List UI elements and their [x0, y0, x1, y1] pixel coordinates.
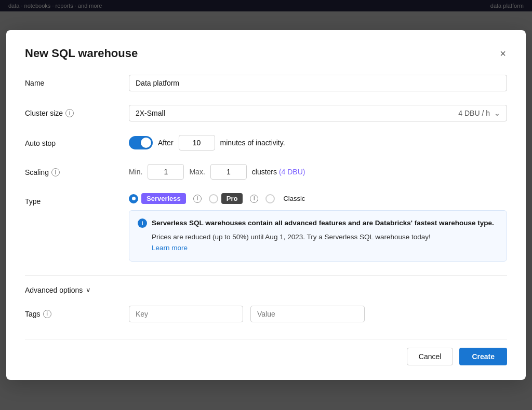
name-label: Name [25, 75, 129, 87]
advanced-options-chevron-icon: ∨ [86, 286, 91, 294]
auto-stop-inner-row: After minutes of inactivity. [129, 135, 507, 151]
auto-stop-row: Auto stop After minutes of inactivity. [25, 135, 507, 151]
cluster-size-row: Cluster size i 2X-Small 4 DBU / h ⌄ [25, 105, 507, 121]
scaling-row: Scaling i Min. Max. clusters (4 DBU) [25, 164, 507, 180]
scaling-info-icon[interactable]: i [51, 168, 60, 176]
info-box-body-text: Prices are reduced (up to 50%) until Aug… [152, 233, 431, 241]
info-box-header: i Serverless SQL warehouses contain all … [138, 218, 498, 229]
scaling-control-area: Min. Max. clusters (4 DBU) [129, 164, 507, 180]
tags-control-area [129, 306, 507, 322]
close-button[interactable]: × [499, 47, 507, 60]
serverless-badge: Serverless [141, 193, 186, 204]
scaling-label: Scaling i [25, 164, 129, 176]
name-control-area [129, 75, 507, 91]
classic-badge: Classic [278, 193, 310, 204]
tags-inputs-row [129, 306, 507, 322]
inactivity-label: minutes of inactivity. [220, 139, 285, 147]
tags-info-icon[interactable]: i [43, 310, 51, 318]
clusters-label: clusters (4 DBU) [252, 168, 305, 176]
cluster-size-control-area: 2X-Small 4 DBU / h ⌄ [129, 105, 507, 121]
dbu-note: (4 DBU) [279, 168, 305, 176]
modal-header: New SQL warehouse × [25, 47, 507, 60]
type-options-row: Serverless i Pro i Classic [129, 193, 507, 204]
cluster-size-value: 2X-Small [136, 109, 165, 117]
modal-dialog: New SQL warehouse × Name Cluster size i … [6, 30, 526, 380]
modal-footer: Cancel Create [25, 339, 507, 365]
type-row: Type Serverless i Pro i [25, 193, 507, 262]
toggle-thumb [141, 138, 151, 148]
serverless-info-icon[interactable]: i [193, 195, 202, 203]
cluster-size-info-icon[interactable]: i [65, 109, 74, 117]
modal-title: New SQL warehouse [25, 47, 138, 60]
cluster-size-label: Cluster size i [25, 105, 129, 117]
tags-key-input[interactable] [129, 306, 243, 322]
pro-badge: Pro [221, 193, 243, 204]
tags-value-input[interactable] [250, 306, 365, 322]
tags-row: Tags i [25, 306, 507, 322]
radio-classic [265, 194, 275, 203]
minutes-input[interactable] [179, 135, 215, 151]
radio-serverless [129, 194, 138, 203]
min-label: Min. [129, 168, 142, 176]
create-button[interactable]: Create [459, 348, 507, 365]
info-blue-icon: i [138, 218, 147, 228]
type-option-classic[interactable]: Classic [265, 193, 310, 204]
type-control-area: Serverless i Pro i Classic [129, 193, 507, 262]
cluster-size-select[interactable]: 2X-Small 4 DBU / h ⌄ [129, 105, 507, 121]
scaling-inner-row: Min. Max. clusters (4 DBU) [129, 164, 507, 180]
type-option-serverless[interactable]: Serverless [129, 193, 186, 204]
learn-more-link[interactable]: Learn more [152, 244, 188, 252]
info-box-body: Prices are reduced (up to 50%) until Aug… [138, 232, 498, 254]
pro-info-icon[interactable]: i [250, 195, 258, 203]
type-label: Type [25, 193, 129, 206]
modal-overlay: New SQL warehouse × Name Cluster size i … [0, 0, 532, 410]
advanced-options-toggle[interactable]: Advanced options ∨ [25, 286, 91, 294]
auto-stop-control-area: After minutes of inactivity. [129, 135, 507, 151]
name-row: Name [25, 75, 507, 91]
section-divider [25, 275, 507, 276]
auto-stop-label: Auto stop [25, 135, 129, 147]
max-scale-input[interactable] [210, 164, 247, 180]
cancel-button[interactable]: Cancel [407, 348, 454, 365]
max-label: Max. [189, 168, 205, 176]
name-input[interactable] [129, 75, 507, 91]
serverless-info-box: i Serverless SQL warehouses contain all … [129, 210, 507, 262]
type-option-pro[interactable]: Pro [209, 193, 243, 204]
cluster-size-dbu: 4 DBU / h ⌄ [458, 109, 500, 117]
auto-stop-toggle[interactable] [129, 136, 153, 149]
min-scale-input[interactable] [148, 164, 184, 180]
radio-pro [209, 194, 218, 203]
chevron-down-icon: ⌄ [494, 109, 500, 117]
advanced-options-label: Advanced options [25, 286, 83, 294]
after-label: After [158, 139, 174, 147]
tags-label: Tags i [25, 306, 129, 318]
info-box-bold-text: Serverless SQL warehouses contain all ad… [152, 218, 494, 229]
